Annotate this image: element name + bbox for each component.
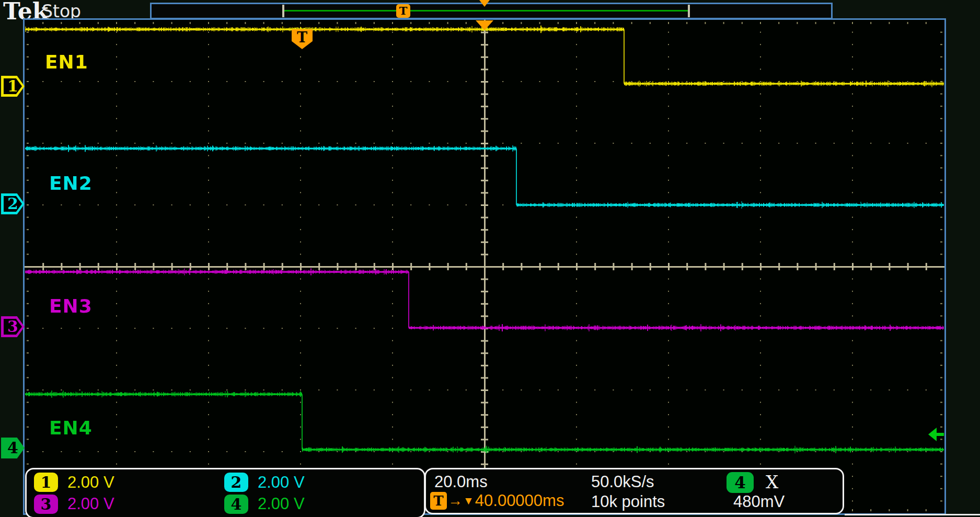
trigger-delay-value: 40.00000ms xyxy=(475,491,564,510)
trigger-slope-symbol: X xyxy=(766,472,778,492)
channel-2-badge[interactable]: 2 xyxy=(224,473,248,492)
record-length: 10k points xyxy=(591,492,665,511)
channel-1-scale: 2.00 V xyxy=(67,473,224,492)
trigger-t-icon: T xyxy=(430,492,447,510)
vertical-scale-readout[interactable]: 1 2.00 V 2 2.00 V 3 2.00 V 4 2.00 V xyxy=(25,468,425,517)
channel-4-scale: 2.00 V xyxy=(258,495,424,513)
triangle-down-icon: ▼ xyxy=(463,493,474,509)
trace-label-en2: EN2 xyxy=(49,173,93,194)
trace-label-en4: EN4 xyxy=(49,417,93,439)
oscilloscope-screen: Tek Stop T T 1 2 3 4 EN1 EN2 EN3 EN4 1 xyxy=(0,0,980,517)
trigger-level-arrow-stem xyxy=(936,433,944,436)
trigger-level-value: 480mV xyxy=(733,492,785,511)
trigger-source-badge: 4 xyxy=(727,472,754,493)
channel-4-badge[interactable]: 4 xyxy=(224,495,248,514)
sample-rate: 50.0kS/s xyxy=(591,473,654,491)
bottom-edge-line xyxy=(845,514,980,515)
graticule-border xyxy=(23,18,946,515)
timebase-scale: 20.0ms xyxy=(434,473,488,491)
channel-1-badge[interactable]: 1 xyxy=(34,473,58,492)
channel-2-scale: 2.00 V xyxy=(258,473,424,492)
trigger-position-icon xyxy=(476,20,493,30)
trigger-level-arrow-icon xyxy=(928,428,944,441)
channel-3-scale: 2.00 V xyxy=(67,495,224,513)
trace-label-en1: EN1 xyxy=(45,51,88,73)
horizontal-trigger-readout[interactable]: 20.0ms 50.0kS/s 10k points T → ▼ 40.0000… xyxy=(424,468,844,514)
trace-label-en3: EN3 xyxy=(49,295,93,317)
arrow-right-icon: → xyxy=(448,493,463,509)
channel-3-badge[interactable]: 3 xyxy=(34,495,58,514)
trigger-delay-readout: T → ▼ 40.00000ms xyxy=(430,491,564,510)
expansion-point-icon xyxy=(479,0,490,7)
